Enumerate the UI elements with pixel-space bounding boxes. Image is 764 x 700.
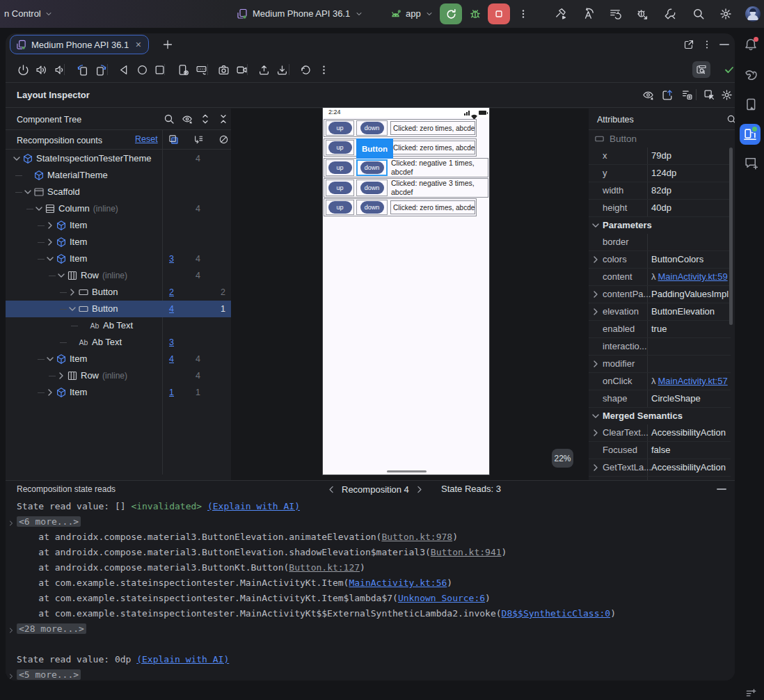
upload-button[interactable] xyxy=(255,61,272,78)
attribute-row-cleartext[interactable]: ClearText...AccessibilityAction xyxy=(589,424,731,442)
tree-node-item[interactable]: Item44 xyxy=(6,351,231,367)
source-link[interactable]: MainActivity.kt:59 xyxy=(658,271,728,282)
source-link[interactable]: Button.kt:941 xyxy=(431,547,502,557)
kebab-button[interactable] xyxy=(315,61,332,78)
more-run-actions-button[interactable] xyxy=(516,6,530,22)
down-button[interactable]: down xyxy=(360,182,384,194)
up-button[interactable]: up xyxy=(328,122,352,134)
source-link[interactable]: MainActivity.kt:57 xyxy=(658,376,728,386)
status-check-button[interactable] xyxy=(722,62,735,77)
down-button[interactable]: down xyxy=(360,122,384,134)
attribute-row-gettextla[interactable]: GetTextLa...AccessibilityAction xyxy=(589,459,731,477)
search-button[interactable] xyxy=(161,111,177,127)
apply-changes-button[interactable] xyxy=(580,6,597,22)
attribute-row-shape[interactable]: shapeCircleShape xyxy=(589,390,731,408)
download-button[interactable] xyxy=(273,61,290,78)
camera-button[interactable] xyxy=(215,61,232,78)
down-button-bounds[interactable]: down xyxy=(356,159,388,176)
profiler-button[interactable] xyxy=(662,6,678,22)
debug-button[interactable] xyxy=(467,6,484,22)
up-button[interactable]: up xyxy=(328,201,352,214)
show-skips-button[interactable] xyxy=(191,132,205,146)
device-screen[interactable]: 2:24 updownClicked: zero times, abcdefup… xyxy=(322,107,490,475)
tree-node-row[interactable]: Row(inline)4 xyxy=(6,367,231,384)
tree-node-button[interactable]: Button41 xyxy=(6,301,231,317)
device-viewport[interactable]: 2:24 updownClicked: zero times, abcdefup… xyxy=(231,109,589,480)
expand-chevron-icon[interactable] xyxy=(45,237,56,248)
reset-counts-link[interactable]: Reset xyxy=(135,130,158,149)
attribute-row-width[interactable]: width82dp xyxy=(589,182,731,200)
tree-node-stateinspectiontestertheme[interactable]: StateInspectionTesterTheme4 xyxy=(6,150,231,167)
tab-options-button[interactable] xyxy=(701,38,713,51)
project-menu[interactable]: n Control xyxy=(4,0,53,28)
device-manager-button[interactable] xyxy=(742,96,759,113)
notifications-button[interactable] xyxy=(742,36,759,53)
click-count-field[interactable]: Clicked: zero times, abcdef xyxy=(390,200,475,214)
attribute-row-onclick[interactable]: onClickλMainActivity.kt:57 xyxy=(589,373,731,390)
recomposition-count-link[interactable]: 4 xyxy=(159,351,174,367)
up-button-bounds[interactable]: up xyxy=(326,140,354,155)
zoom-level-badge[interactable]: 22% xyxy=(552,449,573,468)
device-selector[interactable]: Medium Phone API 36.1 xyxy=(237,0,363,28)
collapse-all-button[interactable] xyxy=(216,111,231,127)
tree-node-button[interactable]: Button22 xyxy=(6,284,231,301)
click-count-field[interactable]: Clicked: zero times, abcdef xyxy=(390,121,475,135)
settings-button[interactable] xyxy=(718,86,735,103)
collapsed-frames[interactable]: <28 more...> xyxy=(17,623,86,634)
record-screen-button[interactable] xyxy=(233,61,250,78)
up-button-bounds[interactable]: up xyxy=(326,120,354,136)
rerun-button[interactable] xyxy=(440,3,462,24)
fold-chevron-icon[interactable] xyxy=(7,517,17,527)
up-button-bounds[interactable]: up xyxy=(326,180,354,196)
tab-medium-phone[interactable]: Medium Phone API 36.1 ✕ xyxy=(10,35,149,54)
apply-code-changes-button[interactable] xyxy=(607,6,623,22)
expand-chevron-icon[interactable] xyxy=(33,203,45,214)
expand-chevron-icon[interactable] xyxy=(22,186,33,198)
tree-node-ab-text[interactable]: AbAb Text xyxy=(6,317,231,334)
attribute-row-contentpa[interactable]: contentPa...PaddingValuesImpl xyxy=(589,286,731,303)
volume-down-button[interactable] xyxy=(50,61,67,78)
chevron-right-icon[interactable] xyxy=(590,254,601,265)
up-button[interactable]: up xyxy=(328,182,352,194)
selected-component-row[interactable]: Button xyxy=(594,130,637,148)
up-button[interactable]: up xyxy=(328,161,352,174)
attach-debugger-button[interactable] xyxy=(634,6,651,22)
expand-chevron-icon[interactable] xyxy=(56,370,67,381)
settings-button[interactable] xyxy=(717,6,734,22)
tree-node-scaffold[interactable]: Scaffold xyxy=(6,184,231,200)
attribute-row-colors[interactable]: colorsButtonColors xyxy=(589,251,731,269)
running-devices-button[interactable] xyxy=(740,124,761,145)
overview-button[interactable] xyxy=(151,61,168,78)
source-link[interactable]: Button.kt:978 xyxy=(381,532,452,542)
mock-inputs-button[interactable] xyxy=(193,61,209,78)
open-in-window-button[interactable] xyxy=(682,38,696,51)
copy-counts-button[interactable] xyxy=(166,132,180,146)
chevron-right-icon[interactable] xyxy=(590,306,601,317)
export-tree-button[interactable] xyxy=(678,86,695,103)
chevron-right-icon[interactable] xyxy=(590,289,601,300)
recomposition-count-link[interactable]: 1 xyxy=(159,384,174,401)
home-button[interactable] xyxy=(134,61,150,78)
down-button[interactable]: down xyxy=(360,161,384,174)
attribute-row-border[interactable]: border xyxy=(589,234,731,251)
recomposition-count-link[interactable]: 3 xyxy=(159,334,174,351)
gradle-button[interactable] xyxy=(742,66,759,83)
export-snapshot-button[interactable] xyxy=(659,86,676,103)
tree-node-column[interactable]: Column(inline)4 xyxy=(6,200,231,217)
attribute-row-x[interactable]: x79dp xyxy=(589,148,731,165)
device-settings-button[interactable] xyxy=(175,61,191,78)
down-button-bounds[interactable]: down xyxy=(356,180,388,196)
expand-chevron-icon[interactable] xyxy=(67,303,78,315)
attribute-row-height[interactable]: height40dp xyxy=(589,200,731,217)
build-button[interactable] xyxy=(552,6,569,22)
source-link[interactable]: MainActivity.kt:56 xyxy=(349,578,447,588)
attribute-row-content[interactable]: contentλMainActivity.kt:59 xyxy=(589,269,731,286)
recomposition-count-link[interactable]: 4 xyxy=(159,301,174,317)
tree-node-materialtheme[interactable]: MaterialTheme xyxy=(6,167,231,184)
layout-inspector-toggle[interactable] xyxy=(692,61,710,78)
attribute-row-y[interactable]: y124dp xyxy=(589,165,731,182)
new-tab-button[interactable] xyxy=(161,38,174,51)
snapshots-button[interactable] xyxy=(297,61,314,78)
collapsed-frames[interactable]: <6 more...> xyxy=(17,516,81,527)
attributes-section-merged-semantics[interactable]: Merged Semantics xyxy=(589,408,731,424)
